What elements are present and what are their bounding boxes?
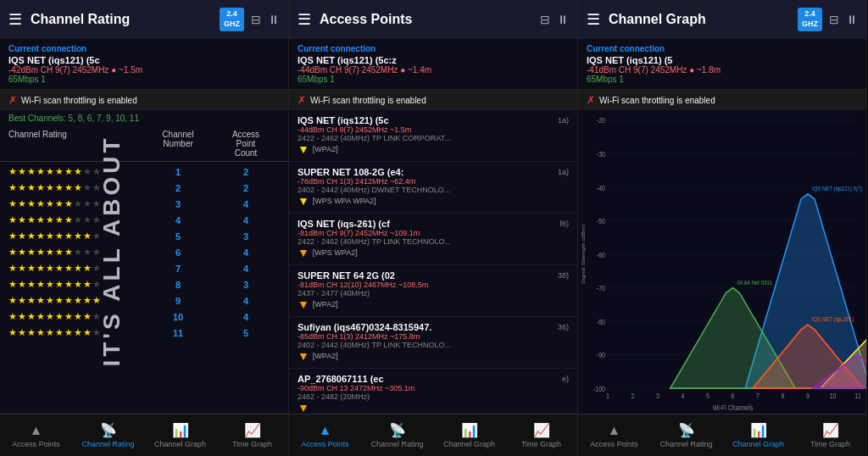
nav-cg-tg[interactable]: 📈 Time Graph [794, 414, 866, 456]
star: ★ [46, 198, 54, 209]
star: ★ [83, 182, 92, 193]
star: ★ [74, 295, 82, 306]
svg-text:9: 9 [806, 392, 810, 401]
ap-item[interactable]: SUPER NET 64 2G (02 38) -81dBm CH 12(10)… [289, 265, 577, 317]
panel-header-channel-rating: ☰ Channel Rating 2.4GHZ ⊟ ⏸ [0, 0, 288, 39]
wifi-signal-icon: ▼ [298, 401, 309, 414]
star: ★ [46, 311, 54, 322]
filter-icon[interactable]: ⊟ [251, 13, 261, 26]
bottom-nav-cg: ▲ Access Points 📡 Channel Rating 📊 Chann… [578, 414, 866, 456]
warning-bar: ✗ Wi-Fi scan throttling is enabled [0, 90, 288, 110]
star: ★ [74, 279, 82, 290]
filter-icon-ap[interactable]: ⊟ [540, 13, 550, 26]
conn-speed: 65Mbps 1 [8, 75, 280, 84]
nav-ap-access[interactable]: ▲ Access Points [289, 414, 361, 456]
ap-security: [WPS WPA2] [313, 248, 358, 257]
hamburger-icon-ap[interactable]: ☰ [298, 10, 311, 29]
conn-label: Current connection [8, 44, 280, 53]
x-icon-cg: ✗ [587, 94, 595, 106]
star: ★ [46, 247, 54, 258]
nav-channel-rating[interactable]: 📡 Channel Rating [72, 414, 144, 456]
access-point-count: 2 [212, 167, 280, 177]
star: ★ [46, 327, 54, 338]
ap-item[interactable]: IQS NET (iqs121) (5c 1a) -44dBm CH 9(7) … [289, 110, 577, 162]
svg-text:8: 8 [782, 392, 785, 401]
ap-item[interactable]: Sufiyan (iqs467)0324-8315947. 36) -85dBm… [289, 317, 577, 369]
ap-name: SUPER NET 108-2G (e4: [298, 167, 403, 177]
star: ★ [36, 231, 45, 242]
ap-item[interactable]: SUPER NET 108-2G (e4: 1a) -76dBm CH 1(3)… [289, 162, 577, 214]
star: ★ [55, 327, 64, 338]
star: ★ [46, 231, 54, 242]
nav-cg-cr[interactable]: 📡 Channel Rating [650, 414, 722, 456]
bar-icon-ap: 📊 [461, 422, 478, 438]
nav-time-graph[interactable]: 📈 Time Graph [216, 414, 288, 456]
svg-text:-100: -100 [593, 385, 605, 393]
nav-cg-label3: Channel Graph [732, 440, 784, 448]
star: ★ [74, 311, 82, 322]
nav-cg-ap[interactable]: ▲ Access Points [578, 414, 650, 456]
conn-speed-cg: 65Mbps 1 [587, 75, 858, 84]
star: ★ [55, 198, 64, 209]
svg-text:Signal Strength (dBm): Signal Strength (dBm) [581, 225, 587, 284]
conn-label-ap: Current connection [298, 44, 569, 53]
nav-ap-label: Access Points [12, 440, 60, 448]
current-connection: Current connection IQS NET (iqs121) (5c … [0, 39, 288, 90]
star: ★ [8, 327, 17, 338]
pause-icon-cg[interactable]: ⏸ [846, 13, 858, 26]
star: ★ [46, 263, 54, 274]
star: ★ [36, 198, 45, 209]
nav-cg-label: Channel Graph [154, 440, 206, 448]
x-icon-ap: ✗ [298, 94, 306, 106]
ap-freq: 2437 - 2477 (40MHz) [298, 289, 569, 298]
svg-text:Wi-Fi Channels: Wi-Fi Channels [713, 404, 754, 413]
nav-channel-graph[interactable]: 📊 Channel Graph [144, 414, 216, 456]
best-channels: Best Channels: 5, 8, 6, 7, 9, 10, 11 [0, 110, 288, 126]
star: ★ [36, 311, 45, 322]
star: ★ [36, 295, 45, 306]
nav-cg-cg[interactable]: 📊 Channel Graph [722, 414, 794, 456]
svg-text:-20: -20 [597, 117, 605, 125]
ap-item[interactable]: AP_2768067111 (ec e) -90dBm CH 13 2472MH… [289, 369, 577, 414]
channel-row: ★★★★★★★★★★104 [0, 309, 288, 325]
star: ★ [8, 263, 17, 274]
star: ★ [83, 327, 92, 338]
access-point-count: 4 [212, 199, 280, 209]
star: ★ [64, 231, 73, 242]
nav-cr-label2: Channel Rating [370, 440, 423, 448]
channel-row: ★★★★★★★★★★83 [0, 276, 288, 292]
ghz-badge: 2.4GHZ [220, 8, 244, 31]
nav-ap-tg[interactable]: 📈 Time Graph [505, 414, 577, 456]
hamburger-icon[interactable]: ☰ [8, 10, 22, 29]
filter-icon-cg[interactable]: ⊟ [829, 13, 839, 26]
star: ★ [55, 214, 64, 225]
channel-row: ★★★★★★★★★★34 [0, 196, 288, 212]
star: ★ [83, 166, 92, 177]
star: ★ [74, 214, 82, 225]
pause-icon[interactable]: ⏸ [268, 13, 280, 26]
hamburger-icon-cg[interactable]: ☰ [587, 10, 600, 29]
ap-item[interactable]: IQS NET (iqs-261) (cf f6) -81dBm CH 9(7)… [289, 214, 577, 265]
ap-stats: -85dBm CH 1(3) 2412MHz ~175.8m [298, 332, 569, 341]
ap-security: [WPA2] [313, 145, 338, 153]
star: ★ [27, 327, 36, 338]
nav-ap-cg[interactable]: 📊 Channel Graph [433, 414, 505, 456]
channel-row: ★★★★★★★★★★94 [0, 292, 288, 309]
channel-row: ★★★★★★★★★★74 [0, 260, 288, 276]
pause-icon-ap[interactable]: ⏸ [557, 13, 569, 26]
ap-badge: 36) [558, 323, 569, 331]
ap-badge: 38) [558, 271, 569, 280]
access-point-count: 4 [212, 296, 280, 306]
star: ★ [18, 279, 26, 290]
channel-number: 9 [144, 296, 212, 306]
star: ★ [64, 198, 73, 209]
star: ★ [46, 214, 54, 225]
star: ★ [27, 182, 36, 193]
channel-number: 6 [144, 247, 212, 258]
star: ★ [83, 247, 92, 258]
nav-access-points[interactable]: ▲ Access Points [0, 414, 72, 456]
nav-ap-cr[interactable]: 📡 Channel Rating [361, 414, 433, 456]
star: ★ [83, 311, 92, 322]
svg-text:5: 5 [706, 392, 709, 401]
ap-security: [WPS WPA WPA2] [313, 197, 376, 205]
